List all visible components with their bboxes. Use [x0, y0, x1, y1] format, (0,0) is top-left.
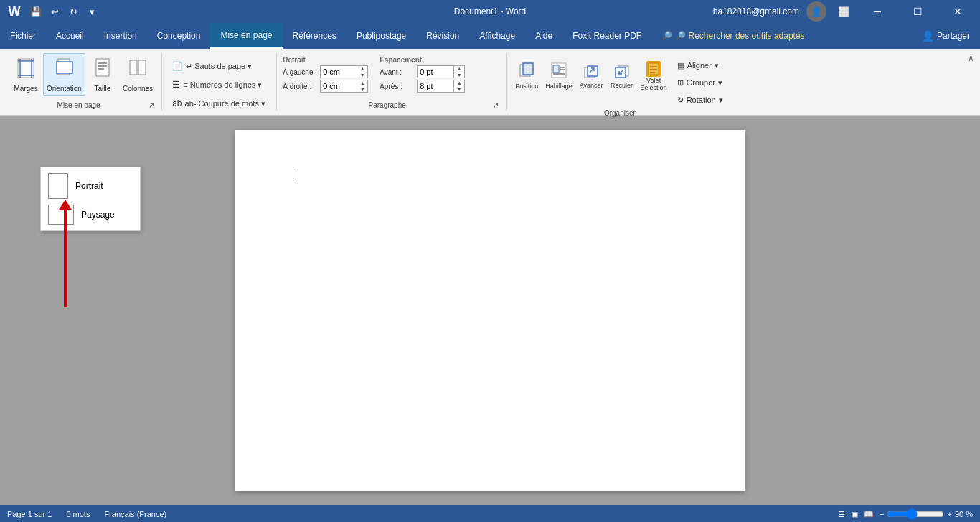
menu-affichage[interactable]: Affichage — [469, 23, 525, 49]
title-right: ba182018@gmail.com 👤 ⬜ ─ ☐ ✕ — [713, 0, 974, 23]
a-gauche-arrows: ▲ ▼ — [357, 65, 367, 78]
window-title: Document1 - Word — [454, 6, 526, 17]
zoom-slider[interactable]: − + 90 % — [880, 508, 973, 520]
menu-insertion[interactable]: Insertion — [94, 23, 147, 49]
undo-quick-btn[interactable]: ↩ — [46, 3, 63, 20]
volet-selection-btn[interactable]: VoletSélection — [638, 56, 670, 95]
avant-up[interactable]: ▲ — [454, 65, 464, 72]
rotation-btn[interactable]: ↻ Rotation ▾ — [673, 92, 727, 108]
rotation-label: Rotation — [687, 95, 716, 104]
avant-label: Avant : — [380, 68, 415, 76]
menu-aide[interactable]: Aide — [525, 23, 562, 49]
apres-field[interactable] — [418, 80, 453, 92]
save-quick-btn[interactable]: 💾 — [27, 3, 44, 20]
orientation-btn[interactable]: Orientation — [43, 53, 85, 96]
sauts-label: ↵ Sauts de page ▾ — [186, 62, 252, 71]
maximize-btn[interactable]: ☐ — [901, 0, 934, 23]
apres-down[interactable]: ▼ — [454, 86, 464, 93]
a-droite-down[interactable]: ▼ — [357, 86, 367, 93]
coupure-mots-btn[interactable]: ab ab- Coupure de mots ▾ — [168, 95, 270, 111]
group-organiser-label: Organiser — [512, 108, 727, 118]
avancer-icon — [583, 63, 599, 82]
apres-input[interactable]: ▲ ▼ — [417, 80, 465, 93]
view-read-btn[interactable]: 📖 — [864, 510, 874, 519]
avancer-label: Avancer — [580, 82, 603, 89]
avancer-btn[interactable]: Avancer — [577, 56, 606, 95]
aligner-btn[interactable]: ▤ Aligner ▾ — [673, 57, 727, 73]
apres-label: Après : — [380, 83, 415, 90]
taille-label: Taille — [95, 85, 111, 93]
customize-quick-btn[interactable]: ▾ — [83, 3, 100, 20]
a-gauche-up[interactable]: ▲ — [357, 65, 367, 72]
menu-mise-en-page[interactable]: Mise en page — [210, 23, 282, 49]
group-mise-en-page-label: Mise en page — [10, 100, 147, 111]
grouper-btn[interactable]: ⊞ Grouper ▾ — [673, 75, 727, 90]
apres-up[interactable]: ▲ — [454, 80, 464, 86]
taille-btn[interactable]: Taille — [87, 53, 118, 96]
habillage-btn[interactable]: Habillage — [542, 56, 575, 95]
menu-accueil[interactable]: Accueil — [46, 23, 94, 49]
numeros-lignes-btn[interactable]: ☰ ≡ Numéros de lignes ▾ — [168, 77, 266, 93]
zoom-plus[interactable]: + — [947, 510, 951, 518]
sauts-de-page-btn[interactable]: 📄 ↵ Sauts de page ▾ — [168, 58, 256, 74]
close-btn[interactable]: ✕ — [941, 0, 974, 23]
svg-rect-7 — [96, 59, 109, 76]
a-droite-label: À droite : — [283, 83, 319, 90]
group-paragraphe: Retrait À gauche : ▲ ▼ — [277, 53, 507, 111]
position-icon — [519, 62, 534, 83]
avant-input[interactable]: ▲ ▼ — [417, 65, 465, 78]
page-count: Page 1 sur 1 — [7, 510, 52, 518]
view-layout-btn[interactable]: ▣ — [851, 510, 858, 519]
minimize-btn[interactable]: ─ — [861, 0, 894, 23]
a-gauche-input[interactable]: ▲ ▼ — [320, 65, 368, 78]
quick-access-toolbar: 💾 ↩ ↻ ▾ — [27, 3, 100, 20]
menu-foxit[interactable]: Foxit Reader PDF — [562, 23, 651, 49]
word-count: 0 mots — [66, 510, 90, 518]
portrait-label: Portrait — [75, 181, 103, 191]
position-btn[interactable]: Position — [512, 56, 541, 95]
paragraphe-expand-btn[interactable]: ↗ — [491, 101, 500, 109]
zoom-minus[interactable]: − — [880, 510, 884, 518]
a-droite-up[interactable]: ▲ — [357, 80, 367, 86]
redo-quick-btn[interactable]: ↻ — [65, 3, 82, 20]
grouper-icon: ⊞ — [677, 78, 684, 88]
marges-btn[interactable]: Marges — [10, 53, 42, 96]
menu-fichier[interactable]: Fichier — [0, 23, 46, 49]
menu-publipostage[interactable]: Publipostage — [347, 23, 416, 49]
a-droite-field[interactable] — [321, 80, 357, 92]
marges-icon — [17, 57, 35, 83]
paysage-option[interactable]: Paysage — [41, 202, 140, 228]
menu-references[interactable]: Références — [283, 23, 347, 49]
colonnes-btn[interactable]: Colonnes — [120, 53, 156, 96]
a-droite-input[interactable]: ▲ ▼ — [320, 80, 368, 93]
a-gauche-label: À gauche : — [283, 68, 319, 76]
menu-conception[interactable]: Conception — [147, 23, 211, 49]
zoom-range[interactable] — [887, 508, 944, 520]
volet-icon — [646, 61, 661, 77]
portrait-option[interactable]: Portrait — [41, 170, 140, 202]
ribbon-size-btn[interactable]: ⬜ — [834, 3, 854, 20]
menu-revision[interactable]: Révision — [416, 23, 469, 49]
document-page[interactable] — [235, 130, 745, 491]
avant-field[interactable] — [418, 66, 453, 78]
marges-label: Marges — [14, 85, 37, 93]
volet-label: VoletSélection — [641, 77, 667, 91]
svg-rect-11 — [130, 60, 137, 75]
avant-down[interactable]: ▼ — [454, 72, 464, 78]
habillage-label: Habillage — [545, 83, 573, 90]
ribbon: Marges Orientation — [0, 49, 980, 116]
menu-bar: Fichier Accueil Insertion Conception Mis… — [0, 23, 980, 49]
group-expand-btn[interactable]: ↗ — [147, 101, 156, 109]
reculer-btn[interactable]: Reculer — [608, 56, 636, 95]
user-account[interactable]: ba182018@gmail.com — [713, 6, 799, 17]
a-gauche-down[interactable]: ▼ — [357, 72, 367, 78]
menu-search[interactable]: 🔎 🔎 Rechercher des outils adaptés — [651, 23, 814, 49]
view-normal-btn[interactable]: ☰ — [838, 510, 845, 519]
colonnes-icon — [128, 57, 147, 83]
user-avatar[interactable]: 👤 — [806, 1, 826, 22]
group-sauts: 📄 ↵ Sauts de page ▾ ☰ ≡ Numéros de ligne… — [162, 53, 277, 111]
reculer-icon — [614, 63, 630, 82]
ribbon-collapse-btn[interactable]: ∧ — [965, 52, 977, 65]
share-btn[interactable]: 👤 Partager — [922, 23, 980, 49]
a-gauche-field[interactable] — [321, 66, 357, 78]
